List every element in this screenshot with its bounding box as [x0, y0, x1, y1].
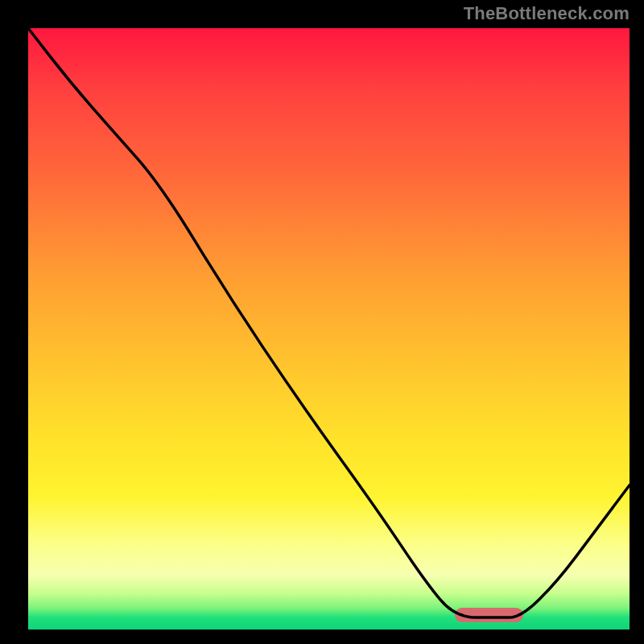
optimal-range-marker — [455, 608, 523, 622]
y-axis — [0, 0, 28, 644]
x-axis — [0, 630, 644, 644]
chart-stage: TheBottleneck.com — [0, 0, 644, 644]
plot-area — [28, 28, 630, 630]
watermark-text: TheBottleneck.com — [464, 3, 630, 24]
